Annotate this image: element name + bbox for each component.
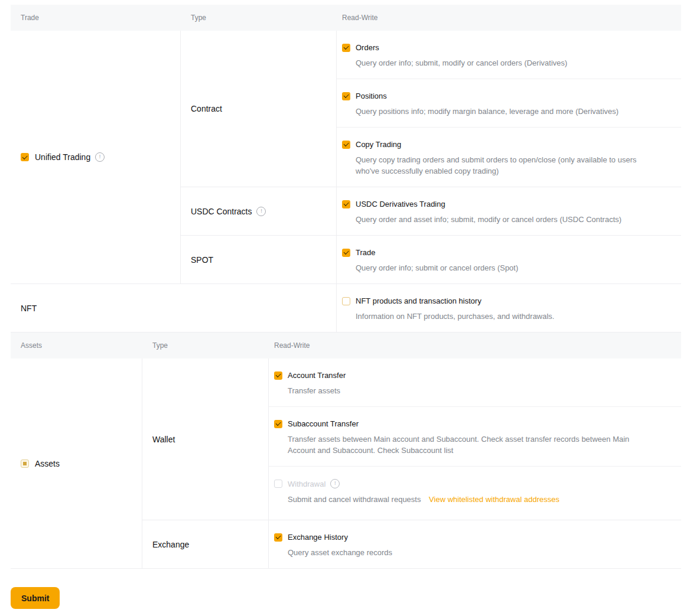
info-icon[interactable]: ! — [95, 152, 105, 162]
info-icon[interactable]: ! — [256, 207, 266, 216]
permission-description-text: Query copy trading orders and submit ord… — [356, 155, 636, 175]
type-cell: Contract — [181, 31, 337, 187]
type-row: NFT products and transaction history Inf… — [337, 284, 681, 332]
permission-checkbox[interactable] — [342, 249, 350, 257]
permission-item: Subaccount Transfer Transfer assets betw… — [269, 407, 681, 467]
permissions-table: Assets Type Read-Write Assets Wallet Acc… — [11, 333, 681, 569]
permission-label: Withdrawal — [288, 480, 325, 488]
permission-item: Copy Trading Query copy trading orders a… — [337, 128, 681, 187]
permission-item: Positions Query positions info; modify m… — [337, 79, 681, 128]
permission-head: Orders — [342, 43, 640, 52]
permission-description: Query copy trading orders and submit ord… — [356, 154, 640, 177]
permission-item: Exchange History Query asset exchange re… — [269, 520, 681, 568]
info-icon[interactable]: ! — [330, 479, 340, 488]
permission-list: Orders Query order info; submit, modify … — [337, 31, 681, 187]
column-header: Trade — [11, 14, 181, 22]
permission-checkbox[interactable] — [342, 44, 350, 52]
permission-list: Trade Query order info; submit or cancel… — [337, 236, 681, 283]
permission-list: Account Transfer Transfer assets Subacco… — [269, 358, 681, 520]
permission-description-text: Transfer assets between Main account and… — [288, 435, 629, 455]
permission-head: Positions — [342, 92, 640, 100]
permission-list: Exchange History Query asset exchange re… — [269, 520, 681, 568]
permission-head: NFT products and transaction history — [342, 296, 640, 305]
permission-description-text: Query order info; submit, modify or canc… — [356, 58, 567, 67]
submit-button[interactable]: Submit — [11, 587, 60, 609]
type-rows: Contract Orders Query order info; submit… — [181, 31, 681, 283]
permission-checkbox[interactable] — [342, 297, 350, 305]
permission-item: NFT products and transaction history Inf… — [337, 284, 681, 332]
whitelisted-addresses-link[interactable]: View whitelisted withdrawal addresses — [429, 495, 559, 504]
permissions-table: Trade Type Read-Write Unified Trading ! … — [11, 5, 681, 333]
permission-item: Trade Query order info; submit or cancel… — [337, 236, 681, 283]
permission-list: NFT products and transaction history Inf… — [337, 284, 681, 332]
type-label: Exchange — [152, 540, 189, 549]
type-row: Exchange Exchange History Query asset ex… — [142, 520, 681, 568]
type-cell: SPOT — [181, 236, 337, 283]
type-label: Wallet — [152, 435, 175, 444]
permission-item: USDC Derivatives Trading Query order and… — [337, 187, 681, 235]
permission-head: Copy Trading — [342, 140, 640, 149]
table-header-row: Trade Type Read-Write — [11, 5, 681, 31]
table-row: Unified Trading ! Contract Orders Query … — [11, 31, 681, 284]
type-row: Contract Orders Query order info; submit… — [181, 31, 681, 187]
permission-checkbox[interactable] — [274, 420, 282, 428]
column-header: Read-Write — [269, 341, 681, 350]
section-label: NFT — [21, 304, 37, 313]
type-label: Contract — [191, 104, 222, 113]
permission-description: Submit and cancel withdrawal requests Vi… — [288, 494, 640, 505]
section-cell: NFT — [11, 284, 337, 332]
permission-description-text: Transfer assets — [288, 386, 340, 395]
type-rows: NFT products and transaction history Inf… — [337, 284, 681, 332]
type-cell: Exchange — [142, 520, 269, 568]
permission-checkbox[interactable] — [342, 200, 350, 208]
section-label: Assets — [35, 459, 60, 468]
permission-description: Query order info; submit or cancel order… — [356, 262, 640, 273]
permission-label: NFT products and transaction history — [356, 296, 481, 305]
permission-description: Information on NFT products, purchases, … — [356, 311, 640, 322]
permission-checkbox[interactable] — [342, 92, 350, 100]
permission-description-text: Query asset exchange records — [288, 548, 392, 557]
permission-checkbox[interactable] — [342, 141, 350, 149]
permission-description: Query positions info; modify margin bala… — [356, 106, 640, 117]
type-row: SPOT Trade Query order info; submit or c… — [181, 236, 681, 283]
permission-description-text: Query order info; submit or cancel order… — [356, 263, 518, 272]
permission-checkbox[interactable] — [274, 371, 282, 380]
type-label: USDC Contracts — [191, 207, 252, 216]
permission-checkbox[interactable] — [274, 533, 282, 542]
table-row: Assets Wallet Account Transfer Transfer … — [11, 358, 681, 569]
permission-label: Positions — [356, 92, 387, 100]
permission-description: Query asset exchange records — [288, 547, 640, 558]
permission-description-text: Query order and asset info; submit, modi… — [356, 215, 621, 224]
permission-head: Trade — [342, 248, 640, 257]
permission-description: Transfer assets between Main account and… — [288, 434, 640, 456]
permission-label: Trade — [356, 248, 375, 257]
section-label: Unified Trading — [35, 152, 90, 162]
section-cell: Assets — [11, 358, 142, 568]
section-checkbox[interactable] — [21, 153, 29, 161]
type-cell: Wallet — [142, 358, 269, 520]
permission-item: Orders Query order info; submit, modify … — [337, 31, 681, 79]
permission-label: Subaccount Transfer — [288, 419, 359, 428]
type-cell: USDC Contracts ! — [181, 187, 337, 235]
permission-description-text: Information on NFT products, purchases, … — [356, 312, 554, 321]
table-body: Unified Trading ! Contract Orders Query … — [11, 31, 681, 333]
section-cell: Unified Trading ! — [11, 31, 181, 283]
permission-head: Exchange History — [274, 533, 640, 542]
permission-label: Account Transfer — [288, 371, 346, 380]
permission-description: Query order info; submit, modify or canc… — [356, 57, 640, 69]
table-row: NFT NFT products and transaction history… — [11, 284, 681, 333]
type-rows: Wallet Account Transfer Transfer assets … — [142, 358, 681, 568]
type-row: Wallet Account Transfer Transfer assets … — [142, 358, 681, 520]
table-body: Assets Wallet Account Transfer Transfer … — [11, 358, 681, 569]
permission-description-text: Query positions info; modify margin bala… — [356, 107, 618, 116]
section-checkbox[interactable] — [21, 459, 29, 468]
permission-head: Subaccount Transfer — [274, 419, 640, 428]
permission-item: Withdrawal ! Submit and cancel withdrawa… — [269, 467, 681, 520]
permission-description: Query order and asset info; submit, modi… — [356, 214, 640, 225]
table-header-row: Assets Type Read-Write — [11, 333, 681, 358]
column-header: Assets — [11, 341, 142, 350]
column-header: Type — [181, 14, 337, 22]
permission-checkbox[interactable] — [274, 480, 282, 488]
column-header: Read-Write — [337, 14, 681, 22]
footer: Submit — [11, 587, 687, 609]
